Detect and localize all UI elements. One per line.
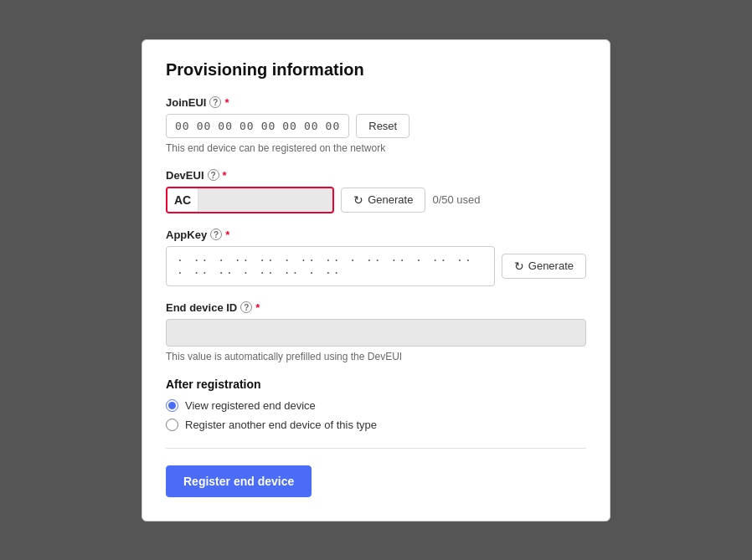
deveui-usage: 0/50 used [432, 193, 480, 206]
after-registration-group: After registration View registered end d… [166, 378, 586, 431]
joineui-label: JoinEUI ? * [166, 96, 586, 109]
appkey-required: * [225, 229, 229, 241]
enddevice-help-icon[interactable]: ? [240, 301, 252, 313]
radio-view-device: View registered end device [166, 399, 586, 412]
joineui-seg-7: 00 [304, 120, 319, 132]
deveui-input-wrapper: AC [166, 187, 334, 213]
joineui-required: * [224, 96, 229, 109]
radio-register-another-label[interactable]: Register another end device of this type [185, 419, 377, 431]
deveui-group: DevEUI ? * AC ↻ Generate 0/50 used [166, 169, 586, 213]
appkey-row: · ·· · ·· ·· · ·· ·· · ·· ·· · ·· ·· · ·… [166, 246, 586, 286]
radio-view-device-input[interactable] [166, 399, 178, 412]
enddevice-hint: This value is automatically prefilled us… [166, 351, 586, 362]
provisioning-card: Provisioning information JoinEUI ? * 00 … [142, 39, 610, 521]
appkey-refresh-icon: ↻ [514, 259, 524, 273]
joineui-seg-6: 00 [282, 120, 297, 132]
joineui-reset-button[interactable]: Reset [356, 114, 409, 138]
enddevice-input[interactable] [166, 319, 586, 347]
divider [166, 448, 586, 449]
card-title: Provisioning information [166, 60, 586, 80]
joineui-hint: This end device can be registered on the… [166, 142, 586, 154]
deveui-help-icon[interactable]: ? [208, 169, 219, 181]
joineui-help-icon[interactable]: ? [209, 96, 221, 108]
radio-view-device-label[interactable]: View registered end device [185, 399, 316, 412]
enddevice-required: * [255, 301, 260, 314]
joineui-segments: 00 00 00 00 00 00 00 00 [166, 114, 349, 138]
appkey-label: AppKey ? * [166, 229, 586, 241]
deveui-refresh-icon: ↻ [353, 193, 363, 207]
radio-register-another-input[interactable] [166, 419, 178, 431]
appkey-generate-button[interactable]: ↻ Generate [502, 254, 586, 279]
enddevice-label: End device ID ? * [166, 301, 586, 314]
register-end-device-button[interactable]: Register end device [166, 465, 312, 497]
joineui-seg-4: 00 [240, 120, 255, 132]
joineui-seg-8: 00 [326, 120, 341, 132]
joineui-seg-3: 00 [218, 120, 233, 132]
joineui-seg-1: 00 [175, 120, 190, 132]
joineui-row: 00 00 00 00 00 00 00 00 Reset [166, 114, 586, 138]
joineui-seg-2: 00 [197, 120, 212, 132]
deveui-row: AC ↻ Generate 0/50 used [166, 187, 586, 213]
deveui-label: DevEUI ? * [166, 169, 586, 182]
appkey-help-icon[interactable]: ? [210, 229, 222, 240]
appkey-group: AppKey ? * · ·· · ·· ·· · ·· ·· · ·· ·· … [166, 229, 586, 286]
joineui-seg-5: 00 [261, 120, 276, 132]
after-registration-title: After registration [166, 378, 586, 391]
deveui-prefix: AC [167, 188, 198, 212]
joineui-group: JoinEUI ? * 00 00 00 00 00 00 00 00 [166, 96, 586, 154]
radio-register-another: Register another end device of this type [166, 419, 586, 431]
deveui-required: * [223, 169, 227, 182]
enddevice-group: End device ID ? * This value is automati… [166, 301, 586, 362]
enddevice-field-wrapper [166, 319, 586, 347]
deveui-input[interactable] [198, 188, 332, 211]
deveui-generate-button[interactable]: ↻ Generate [341, 188, 425, 213]
appkey-value: · ·· · ·· ·· · ·· ·· · ·· ·· · ·· ·· · ·… [166, 246, 495, 286]
